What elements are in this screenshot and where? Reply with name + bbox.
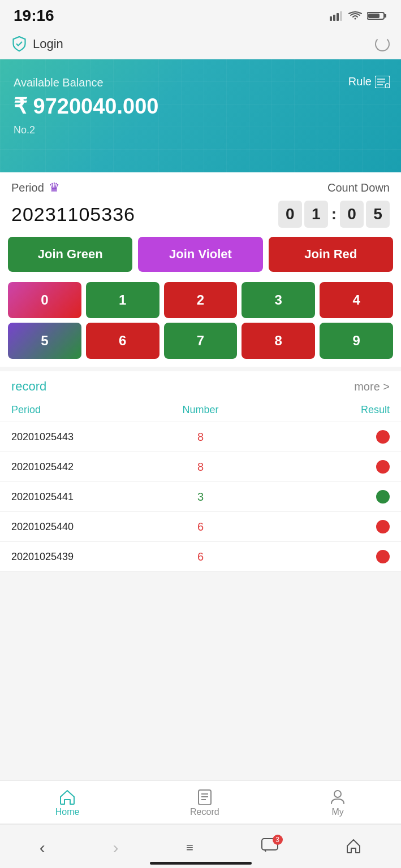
nav-home-label: Home bbox=[55, 807, 80, 817]
home-indicator bbox=[150, 862, 252, 865]
shield-icon bbox=[11, 36, 27, 52]
period-section: Period ♛ Count Down bbox=[0, 172, 401, 197]
banner-no: No.2 bbox=[14, 124, 387, 136]
battery-icon bbox=[367, 11, 387, 21]
countdown-d2: 1 bbox=[304, 201, 328, 228]
home-nav-icon bbox=[58, 789, 76, 805]
forward-button[interactable]: › bbox=[113, 838, 118, 857]
number-button-0[interactable]: 0 bbox=[8, 282, 81, 318]
svg-point-17 bbox=[334, 791, 341, 797]
col-number-header: Number bbox=[137, 404, 264, 416]
result-dot bbox=[376, 550, 390, 563]
back-button[interactable]: ‹ bbox=[40, 838, 45, 857]
record-header: record more > bbox=[0, 371, 401, 398]
row-number: 6 bbox=[137, 550, 264, 563]
number-button-6[interactable]: 6 bbox=[86, 323, 159, 359]
nav-my[interactable]: My bbox=[318, 787, 357, 819]
row-period: 20201025440 bbox=[11, 521, 137, 533]
result-dot bbox=[376, 490, 390, 504]
period-number-row: 20231105336 0 1 : 0 5 bbox=[0, 197, 401, 237]
countdown-label: Count Down bbox=[327, 181, 390, 194]
period-left: Period ♛ bbox=[11, 180, 60, 195]
number-grid: 0 1 2 3 4 5 6 7 8 9 bbox=[0, 277, 401, 367]
row-number: 3 bbox=[137, 491, 264, 504]
chat-badge: 3 bbox=[273, 835, 283, 845]
join-buttons: Join Green Join Violet Join Red bbox=[0, 237, 401, 277]
number-button-1[interactable]: 1 bbox=[86, 282, 159, 318]
number-button-2[interactable]: 2 bbox=[164, 282, 238, 318]
number-button-3[interactable]: 3 bbox=[242, 282, 315, 318]
row-period: 20201025443 bbox=[11, 431, 137, 443]
row-period: 20201025439 bbox=[11, 551, 137, 563]
number-button-8[interactable]: 8 bbox=[242, 323, 315, 359]
nav-record[interactable]: Record bbox=[179, 787, 231, 819]
row-period: 20201025442 bbox=[11, 461, 137, 473]
status-icons bbox=[330, 11, 387, 21]
svg-rect-0 bbox=[330, 16, 332, 21]
col-period-header: Period bbox=[11, 404, 137, 416]
join-green-button[interactable]: Join Green bbox=[8, 237, 132, 272]
svg-rect-6 bbox=[368, 14, 380, 18]
period-number: 20231105336 bbox=[11, 203, 135, 225]
row-number: 6 bbox=[137, 520, 264, 533]
row-result bbox=[264, 550, 390, 563]
status-time: 19:16 bbox=[14, 7, 54, 25]
table-row: 20201025440 6 bbox=[0, 512, 401, 542]
login-text[interactable]: Login bbox=[33, 37, 63, 51]
sys-home-button[interactable] bbox=[346, 839, 361, 857]
countdown-d1: 0 bbox=[278, 201, 302, 228]
bottom-nav: Home Record My bbox=[0, 780, 401, 823]
status-bar: 19:16 bbox=[0, 0, 401, 29]
row-result bbox=[264, 460, 390, 474]
row-number: 8 bbox=[137, 461, 264, 474]
countdown-d3: 0 bbox=[340, 201, 364, 228]
nav-my-label: My bbox=[332, 807, 344, 817]
svg-rect-2 bbox=[337, 13, 339, 21]
row-result bbox=[264, 430, 390, 444]
signal-icon bbox=[330, 11, 343, 21]
crown-icon: ♛ bbox=[49, 180, 60, 195]
record-nav-icon bbox=[197, 789, 213, 805]
table-row: 20201025441 3 bbox=[0, 482, 401, 512]
nav-record-label: Record bbox=[190, 807, 219, 817]
result-dot bbox=[376, 520, 390, 533]
svg-rect-3 bbox=[340, 11, 342, 21]
record-table: Period Number Result 20201025443 8 20201… bbox=[0, 398, 401, 572]
login-left: Login bbox=[11, 36, 63, 52]
banner: Rule i Available Balance ₹ 9720040.000 N… bbox=[0, 59, 401, 172]
result-dot bbox=[376, 430, 390, 444]
my-nav-icon bbox=[330, 789, 346, 805]
table-row: 20201025443 8 bbox=[0, 422, 401, 452]
table-row: 20201025442 8 bbox=[0, 452, 401, 482]
row-period: 20201025441 bbox=[11, 491, 137, 503]
nav-home[interactable]: Home bbox=[44, 787, 91, 819]
chat-button[interactable]: 3 bbox=[261, 838, 278, 857]
wifi-icon bbox=[348, 11, 363, 21]
refresh-icon[interactable] bbox=[375, 37, 390, 51]
login-bar: Login bbox=[0, 29, 401, 59]
row-result bbox=[264, 490, 390, 504]
sys-home-icon bbox=[346, 839, 361, 853]
join-violet-button[interactable]: Join Violet bbox=[138, 237, 262, 272]
svg-rect-5 bbox=[384, 14, 386, 18]
number-button-9[interactable]: 9 bbox=[320, 323, 393, 359]
countdown-colon: : bbox=[331, 205, 337, 223]
period-label: Period bbox=[11, 181, 44, 194]
join-red-button[interactable]: Join Red bbox=[269, 237, 393, 272]
countdown-display: 0 1 : 0 5 bbox=[278, 201, 390, 228]
table-header: Period Number Result bbox=[0, 398, 401, 422]
number-button-4[interactable]: 4 bbox=[320, 282, 393, 318]
svg-rect-1 bbox=[333, 15, 335, 21]
balance-value: ₹ 9720040.000 bbox=[14, 94, 387, 119]
countdown-d4: 5 bbox=[366, 201, 390, 228]
record-title: record bbox=[11, 379, 46, 394]
menu-button[interactable]: ≡ bbox=[186, 840, 193, 855]
more-link[interactable]: more > bbox=[354, 380, 390, 393]
number-button-7[interactable]: 7 bbox=[164, 323, 238, 359]
balance-label: Available Balance bbox=[14, 76, 387, 89]
row-number: 8 bbox=[137, 431, 264, 444]
number-button-5[interactable]: 5 bbox=[8, 323, 81, 359]
row-result bbox=[264, 520, 390, 533]
result-dot bbox=[376, 460, 390, 474]
col-result-header: Result bbox=[264, 404, 390, 416]
